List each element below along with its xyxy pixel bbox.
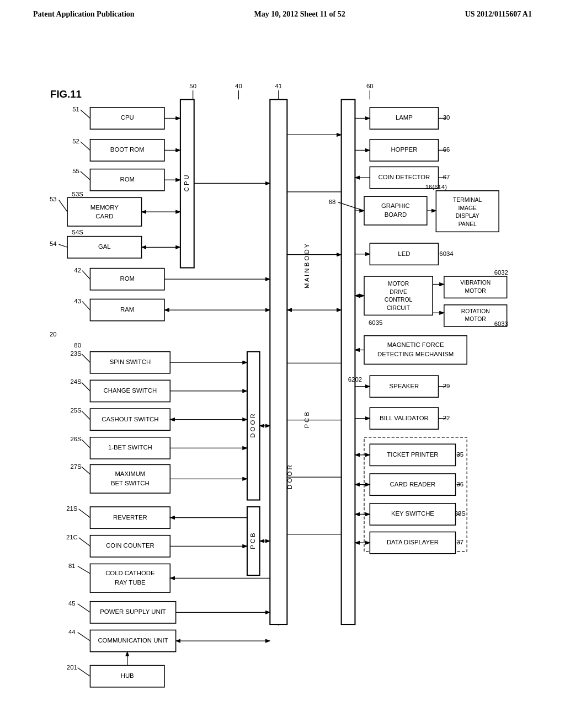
onebet-switch-label: 1-BET SWITCH bbox=[108, 444, 152, 451]
ref-26s: 26S bbox=[70, 436, 82, 442]
svg-line-21 bbox=[82, 354, 90, 363]
key-switche-label: KEY SWITCHE bbox=[391, 510, 434, 517]
ref-20: 20 bbox=[50, 331, 57, 338]
ref-68: 68 bbox=[329, 199, 336, 205]
diagram-area: FIG.11 50 40 41 60 M A I N B O D Y C P U… bbox=[33, 77, 530, 706]
cpu-unit-label: C P U bbox=[183, 175, 190, 191]
main-body-label: M A I N B O D Y bbox=[303, 243, 310, 288]
svg-line-43 bbox=[78, 668, 90, 677]
ref-27s: 27S bbox=[70, 463, 82, 470]
ref-53s: 53S bbox=[72, 191, 84, 197]
ref-54: 54 bbox=[50, 240, 57, 247]
page-header: Patent Application Publication May 10, 2… bbox=[0, 0, 565, 19]
magnetic-force-label1: MAGNETIC FORCE bbox=[387, 341, 444, 348]
svg-line-23 bbox=[82, 411, 90, 420]
lamp-label: LAMP bbox=[396, 114, 413, 121]
ref-53: 53 bbox=[50, 196, 57, 202]
ticket-printer-label: TICKET PRINTER bbox=[387, 451, 438, 458]
ref-80: 80 bbox=[74, 342, 81, 349]
ref-41: 41 bbox=[275, 83, 282, 89]
figure-label: FIG.11 bbox=[50, 88, 82, 100]
terminal-label2: IMAGE bbox=[459, 205, 477, 211]
reverter-label: REVERTER bbox=[113, 514, 147, 521]
graphic-board-label2: BOARD bbox=[385, 211, 407, 218]
ref-42: 42 bbox=[74, 267, 81, 274]
ref-23s: 23S bbox=[70, 350, 82, 357]
svg-line-10 bbox=[59, 244, 68, 247]
right-bus-rect bbox=[342, 99, 355, 624]
rom55-label: ROM bbox=[120, 176, 135, 183]
coin-detector-label: COIN DETECTOR bbox=[378, 174, 430, 180]
svg-line-8 bbox=[81, 172, 90, 180]
ref-6202: 6202 bbox=[348, 376, 362, 383]
card-reader-label: CARD READER bbox=[390, 481, 436, 488]
svg-line-41 bbox=[78, 633, 90, 641]
vibration-motor-label1: VIBRATION bbox=[460, 280, 491, 286]
boot-rom-label: BOOT ROM bbox=[110, 146, 145, 153]
ref-6033: 6033 bbox=[494, 320, 508, 327]
change-switch-label: CHANGE SWITCH bbox=[104, 387, 157, 394]
motor-drive-label3: CONTROL bbox=[385, 297, 413, 303]
ref-51: 51 bbox=[72, 106, 79, 113]
led-label: LED bbox=[398, 250, 410, 257]
header-right: US 2012/0115607 A1 bbox=[465, 10, 532, 19]
motor-drive-label2: DRIVE bbox=[390, 289, 407, 295]
diagram-svg: FIG.11 50 40 41 60 M A I N B O D Y C P U… bbox=[33, 77, 530, 706]
ref-35: 35 bbox=[456, 451, 463, 458]
svg-line-25 bbox=[82, 467, 90, 474]
ref-24s: 24S bbox=[70, 378, 82, 385]
header-left: Patent Application Publication bbox=[33, 10, 135, 19]
rom42-label: ROM bbox=[120, 275, 135, 282]
svg-line-12 bbox=[82, 302, 90, 311]
bill-validator-label: BILL VALIDATOR bbox=[380, 415, 429, 421]
memory-card-label2: CARD bbox=[95, 213, 113, 220]
ref-21c: 21C bbox=[66, 534, 78, 540]
gal-label: GAL bbox=[98, 243, 111, 250]
svg-line-39 bbox=[78, 604, 90, 613]
ref-44: 44 bbox=[68, 629, 76, 635]
svg-line-24 bbox=[82, 440, 90, 448]
terminal-label3: DISPLAY bbox=[456, 213, 479, 219]
cold-cathode-label2: RAY TUBE bbox=[115, 579, 146, 586]
header-middle: May 10, 2012 Sheet 11 of 52 bbox=[254, 10, 345, 19]
ref-6035: 6035 bbox=[369, 319, 382, 326]
graphic-board-box bbox=[364, 196, 427, 225]
svg-line-6 bbox=[81, 110, 90, 119]
svg-line-22 bbox=[82, 382, 90, 391]
ref-25s: 25S bbox=[70, 407, 82, 414]
ref-50: 50 bbox=[189, 83, 196, 89]
cold-cathode-box bbox=[90, 564, 170, 592]
terminal-label4: PANEL bbox=[459, 221, 477, 227]
svg-line-32 bbox=[79, 509, 90, 518]
magnetic-force-box bbox=[364, 336, 467, 365]
svg-line-34 bbox=[79, 538, 90, 547]
data-displayer-label: DATA DISPLAYER bbox=[387, 539, 439, 545]
ref-52: 52 bbox=[72, 138, 79, 144]
ref-201: 201 bbox=[67, 664, 77, 671]
maxbet-switch-label2: BET SWITCH bbox=[111, 480, 150, 486]
ref-29: 29 bbox=[443, 383, 450, 389]
ref-60: 60 bbox=[366, 83, 374, 89]
cold-cathode-label1: COLD CATHODE bbox=[105, 570, 155, 576]
ref-30: 30 bbox=[443, 114, 450, 121]
cpu-label: CPU bbox=[121, 114, 134, 121]
ref-37: 37 bbox=[456, 539, 463, 545]
svg-line-37 bbox=[78, 566, 90, 574]
vibration-motor-label2: MOTOR bbox=[465, 288, 486, 294]
svg-line-7 bbox=[81, 142, 90, 151]
ref-36: 36 bbox=[456, 481, 463, 488]
terminal-label1: TERMINAL bbox=[453, 197, 482, 203]
ref-22: 22 bbox=[443, 415, 450, 421]
ref-43: 43 bbox=[74, 298, 81, 304]
ref-38s: 38S bbox=[455, 510, 466, 517]
ref-66: 66 bbox=[443, 146, 450, 153]
door-bus-label: D O O R bbox=[249, 414, 256, 438]
cashout-switch-label: CASHOUT SWITCH bbox=[102, 416, 158, 422]
ref-67: 67 bbox=[443, 174, 450, 180]
ref-81: 81 bbox=[68, 563, 76, 569]
rotation-motor-label1: ROTATION bbox=[461, 308, 490, 314]
ref-55: 55 bbox=[72, 168, 79, 174]
motor-drive-label4: CIRCUIT bbox=[387, 305, 411, 311]
maxbet-switch-box bbox=[90, 464, 170, 493]
spin-switch-label: SPIN SWITCH bbox=[110, 358, 151, 365]
